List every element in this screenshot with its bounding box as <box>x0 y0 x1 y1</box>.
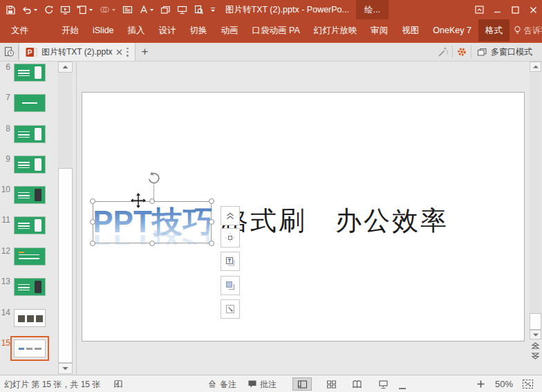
font-style-icon[interactable] <box>139 5 154 15</box>
panel-divider <box>76 62 77 374</box>
resize-handle-se[interactable] <box>209 241 214 246</box>
slide-thumbnail[interactable] <box>14 309 46 327</box>
slide-canvas[interactable]: 格式刷 办公效率 PPT技巧 PPT技巧 <box>82 92 525 342</box>
resize-handle-e[interactable] <box>209 219 214 225</box>
zoom-in-icon[interactable] <box>477 380 485 390</box>
ppt-file-icon <box>26 47 37 57</box>
slide-number: 14 <box>0 308 10 317</box>
normal-view-icon[interactable] <box>292 377 312 391</box>
wordart-text[interactable]: PPT技巧 PPT技巧 <box>93 202 212 245</box>
present-screen-icon[interactable] <box>177 5 187 15</box>
ribbon-display-options-icon[interactable] <box>470 0 488 19</box>
align-position-icon[interactable] <box>221 228 240 248</box>
tab-slideshow[interactable]: 幻灯片放映 <box>307 19 364 41</box>
slide-number: 6 <box>0 62 10 72</box>
zoom-out-icon[interactable] <box>399 382 406 392</box>
tab-home[interactable]: 开始 <box>55 19 86 41</box>
panel-scroll-up-icon[interactable] <box>58 62 73 73</box>
resize-handle-s[interactable] <box>149 241 155 246</box>
resize-handle-sw[interactable] <box>90 241 95 246</box>
tab-transitions[interactable]: 切换 <box>183 19 214 41</box>
slide-thumbnail[interactable] <box>14 248 46 265</box>
tab-insert[interactable]: 插入 <box>121 19 152 41</box>
previous-slide-icon[interactable] <box>531 342 540 352</box>
duplicate-slide-icon[interactable] <box>160 5 171 15</box>
slide-thumbnail[interactable] <box>14 94 46 112</box>
window-controls <box>470 0 542 19</box>
tab-pocket-animation[interactable]: 口袋动画 PA <box>245 19 307 41</box>
close-icon[interactable] <box>524 0 542 19</box>
tab-menu-icon[interactable] <box>127 48 129 57</box>
next-slide-icon[interactable] <box>531 352 540 362</box>
slide-thumbnail[interactable] <box>14 156 46 174</box>
slide-number: 8 <box>0 124 10 133</box>
resize-diagonal-icon[interactable] <box>221 299 240 319</box>
settings-gear-icon[interactable] <box>453 43 471 61</box>
slideshow-view-icon[interactable] <box>373 377 393 391</box>
shape-fill-icon[interactable] <box>221 276 240 295</box>
canvas-scrollbar-thumb[interactable] <box>530 313 541 330</box>
slide-thumbnail[interactable] <box>14 64 46 82</box>
comments-icon <box>247 380 257 391</box>
panel-scroll-down-icon[interactable] <box>58 363 73 374</box>
close-tab-icon[interactable] <box>116 49 122 55</box>
slide-number-current: 15 <box>0 338 10 348</box>
tab-format[interactable]: 格式 <box>478 19 510 41</box>
reading-view-icon[interactable] <box>347 377 366 391</box>
tab-view[interactable]: 视图 <box>395 19 426 41</box>
redo-icon[interactable] <box>44 5 54 15</box>
powerpoint-window: 图片转TXT (2).pptx - PowerPo... 绘... 文件 开始 … <box>0 0 542 392</box>
tab-onekey[interactable]: OneKey 7 <box>426 19 478 41</box>
tab-bar-right-tools: 多窗口模式 <box>434 43 542 61</box>
save-icon[interactable] <box>6 5 15 15</box>
tell-me-box[interactable]: 告诉我... <box>514 25 542 37</box>
collapse-chevrons-icon[interactable] <box>221 206 240 225</box>
lightbulb-icon <box>514 26 521 35</box>
multi-window-label: 多窗口模式 <box>491 46 532 58</box>
status-bar: 幻灯片 第 15 张，共 15 张 备注 批注 50% <box>0 375 542 392</box>
minimize-icon[interactable] <box>488 0 506 19</box>
rotation-handle-icon[interactable] <box>147 171 162 186</box>
multi-window-mode-button[interactable]: 多窗口模式 <box>471 43 538 61</box>
slide-number: 10 <box>0 185 10 194</box>
spellcheck-icon[interactable] <box>113 380 123 391</box>
start-slideshow-icon[interactable] <box>60 5 71 15</box>
panel-scrollbar-thumb[interactable] <box>58 168 73 363</box>
print-preview-icon[interactable] <box>194 5 204 15</box>
slide-sorter-icon[interactable] <box>321 377 341 391</box>
scroll-up-icon[interactable] <box>530 62 541 72</box>
recent-files-icon[interactable] <box>0 43 18 61</box>
tab-islide[interactable]: iSlide <box>86 19 121 41</box>
slide-layout-icon[interactable] <box>122 5 133 15</box>
text-style-icon[interactable] <box>221 252 240 271</box>
slide-thumbnail-selected[interactable] <box>14 339 46 357</box>
resize-handle-ne[interactable] <box>209 198 214 204</box>
headline-textbox[interactable]: 格式刷 办公效率 <box>222 203 449 239</box>
notes-toggle[interactable]: 备注 <box>220 379 236 391</box>
zoom-percentage[interactable]: 50% <box>495 379 513 389</box>
shapes-icon[interactable] <box>100 5 116 15</box>
fit-to-window-icon[interactable] <box>522 379 534 391</box>
canvas-scrollbar-track[interactable] <box>530 72 541 330</box>
new-tab-button[interactable]: + <box>136 43 153 61</box>
slide-thumbnail[interactable] <box>14 125 46 143</box>
scroll-down-icon[interactable] <box>530 330 541 339</box>
tab-design[interactable]: 设计 <box>152 19 183 41</box>
new-slide-icon[interactable] <box>77 5 93 15</box>
slide-thumbnail[interactable] <box>14 216 46 234</box>
context-tab-drawing-tools[interactable]: 绘... <box>356 0 389 19</box>
tab-review[interactable]: 审阅 <box>364 19 395 41</box>
slide-thumbnail[interactable] <box>14 186 46 204</box>
undo-icon[interactable] <box>21 5 38 15</box>
tab-animations[interactable]: 动画 <box>214 19 245 41</box>
resize-handle-nw[interactable] <box>90 198 95 204</box>
slide-thumbnail[interactable] <box>14 278 46 296</box>
magic-wand-icon[interactable] <box>434 43 452 61</box>
document-tab[interactable]: 图片转TXT (2).pptx <box>19 43 136 61</box>
maximize-icon[interactable] <box>506 0 524 19</box>
more-commands-icon[interactable] <box>210 6 216 13</box>
tab-file[interactable]: 文件 <box>0 19 39 41</box>
comments-toggle[interactable]: 批注 <box>260 379 277 391</box>
tell-me-label: 告诉我... <box>524 25 542 37</box>
resize-handle-w[interactable] <box>90 219 95 225</box>
